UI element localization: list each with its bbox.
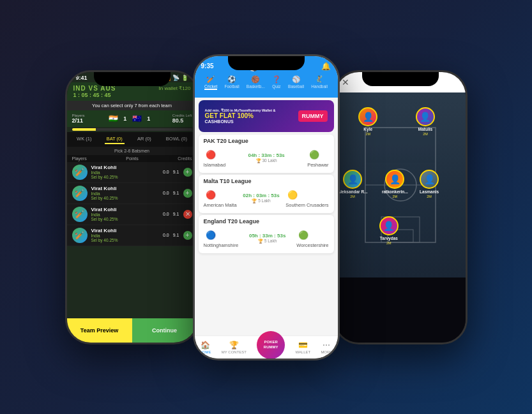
pak-timer: 04h : 33m : 53s 🏆 30 Lakh xyxy=(248,152,284,163)
ind-flag: 🇮🇳 xyxy=(107,112,119,125)
right-phone: 9:41 📶 📡 🔋 ← Create team GT • 19-11-22 •… xyxy=(333,70,467,344)
malta-match-row: 🔴 American Malta 02h : 03m : 53s 🏆 5 Lak… xyxy=(204,186,329,210)
england-match-row: 🔵 Nottinghamshire 05h : 33m : 53s 🏆 5 La… xyxy=(204,226,329,250)
team-flags: 🇮🇳 1 🇦🇺 1 xyxy=(107,112,150,125)
tp-player-aleksandar: 👤 Aleksandar R... 2M xyxy=(338,170,368,198)
bat-tabs[interactable]: WK (1) BAT (0) AR (0) BOWL (0) xyxy=(67,132,197,147)
players-row: Players 2/11 🇮🇳 1 🇦🇺 1 Credits Left 80.5 xyxy=(67,110,197,127)
col-credits: Credits xyxy=(178,156,192,161)
wallet-icon: 💳 xyxy=(298,341,308,350)
players-list: 🏏 Virat Kohli India Sel by 40.25% 0.0 9.… xyxy=(67,162,197,246)
league-pak[interactable]: PAK T20 League 🔴 Islamabad 04h : 33m : 5… xyxy=(199,135,334,173)
tp-player-matulis: 👤 Matulis 2M xyxy=(416,107,435,136)
player-info-3: Virat Kohli India Sel by 40.25% xyxy=(91,207,160,221)
wallet-info: In wallet ₹120 xyxy=(159,85,191,91)
team-preview-panel: ✕ Team Preview xyxy=(335,72,466,343)
middle-phone: 9:35 ⚽ MYTEAM11 🔔 🏏 Cricket ⚽ Foot xyxy=(193,54,340,360)
nav-handball[interactable]: 🤾 Handball xyxy=(311,75,328,90)
add-player-4[interactable]: + xyxy=(183,231,192,240)
mid-bottom-nav[interactable]: 🏠 HOME 🏆 MY CONTEST POKER RUMMY 💳 WALLET… xyxy=(195,336,338,359)
phones-container: 9:41 📶 📡 🔋 IND VS AUS In wallet ₹120 1 :… xyxy=(0,0,532,414)
pak-team2: 🟢 Peshawar xyxy=(307,148,328,168)
match-timer: 1 : 05 : 45 : 45 xyxy=(73,92,191,98)
bottom-nav-home[interactable]: 🏠 HOME xyxy=(200,339,211,356)
right-screen: 9:41 📶 📡 🔋 ← Create team GT • 19-11-22 •… xyxy=(335,72,466,343)
handball-icon: 🤾 xyxy=(315,75,324,84)
malta-flag2: 🟡 xyxy=(285,188,300,202)
mid-nav[interactable]: 🏏 Cricket ⚽ Football 🏀 Basketb... ❓ Quiz xyxy=(201,73,331,92)
banner-left: Add min. ₹100 in MyTeamRummy Wallet & GE… xyxy=(205,108,276,124)
tab-wk[interactable]: WK (1) xyxy=(75,135,93,144)
add-player-2[interactable]: + xyxy=(183,189,192,198)
malta-team1: 🔴 American Malta xyxy=(204,188,237,208)
bottom-nav-wallet[interactable]: 💳 WALLET xyxy=(295,339,310,356)
tp-avatar-lasmanis: 👤 xyxy=(420,170,439,189)
england-team1: 🔵 Nottinghamshire xyxy=(204,228,239,248)
tp-close-icon[interactable]: ✕ xyxy=(342,77,349,87)
baseball-icon: ⚾ xyxy=(292,75,301,84)
player-item: 🏏 Virat Kohli India Sel by 40.25% 0.0 9.… xyxy=(67,225,197,246)
home-icon: 🏠 xyxy=(201,341,210,350)
bottom-nav-contest[interactable]: 🏆 MY CONTEST xyxy=(222,339,247,356)
bottom-nav-more[interactable]: ⋯ MORE xyxy=(321,339,332,356)
tp-court: 👤 Kyle 2M 👤 Matulis 2M 👤 Aleksandar R...… xyxy=(335,92,466,277)
pak-flag2: 🟢 xyxy=(307,148,321,162)
player-item: 🏏 Virat Kohli India Sel by 40.25% 0.0 9.… xyxy=(67,204,197,225)
tp-player-lasmanis: 👤 Lasmanis 2M xyxy=(420,170,439,198)
player-avatar-1: 🏏 xyxy=(72,165,87,180)
tab-bat[interactable]: BAT (0) xyxy=(105,135,125,144)
continue-button[interactable]: Continue xyxy=(132,318,197,343)
league-england[interactable]: England T20 League 🔵 Nottinghamshire 05h… xyxy=(199,215,334,253)
middle-screen: 9:35 ⚽ MYTEAM11 🔔 🏏 Cricket ⚽ Foot xyxy=(195,56,338,359)
col-players: Players xyxy=(72,156,87,161)
player-item: 🏏 Virat Kohli India Sel by 40.25% 0.0 9.… xyxy=(67,162,197,183)
nav-basketball[interactable]: 🏀 Basketb... xyxy=(247,75,265,90)
right-notch xyxy=(362,72,439,86)
nav-quiz[interactable]: ❓ Quiz xyxy=(272,75,281,90)
credits-left: Credits Left 80.5 xyxy=(172,114,192,124)
malta-team2: 🟡 Southern Crusaders xyxy=(285,188,328,208)
middle-notch xyxy=(228,56,305,70)
england-flag1: 🔵 xyxy=(204,228,218,242)
nav-baseball[interactable]: ⚾ Baseball xyxy=(288,75,304,90)
pak-flag1: 🔴 xyxy=(204,148,218,162)
player-info-1: Virat Kohli India Sel by 40.25% xyxy=(91,165,160,179)
mid-bell-icon[interactable]: 🔔 xyxy=(321,62,331,71)
progress-bar xyxy=(72,128,192,131)
team-preview-button[interactable]: Team Preview xyxy=(67,318,132,343)
player-avatar-3: 🏏 xyxy=(72,207,87,222)
tp-avatar-aleksandar: 👤 xyxy=(343,170,362,189)
cricket-icon: 🏏 xyxy=(206,75,215,84)
nav-cricket[interactable]: 🏏 Cricket xyxy=(204,75,217,90)
aus-flag: 🇦🇺 xyxy=(130,112,143,125)
tp-avatar-ratkonkerin: 👤 xyxy=(385,170,404,189)
england-timer: 05h : 33m : 53s 🏆 5 Lakh xyxy=(249,233,285,244)
tab-bowl[interactable]: BOWL (0) xyxy=(164,135,189,144)
remove-player-3[interactable]: ✕ xyxy=(183,210,192,219)
pak-match-row: 🔴 Islamabad 04h : 33m : 53s 🏆 30 Lakh 🟢 … xyxy=(204,146,329,170)
tab-ar[interactable]: AR (0) xyxy=(135,135,153,144)
tp-player-kyle: 👤 Kyle 2M xyxy=(358,107,377,136)
add-player-1[interactable]: + xyxy=(183,168,192,177)
col-points: Points xyxy=(126,156,138,161)
pak-team1: 🔴 Islamabad xyxy=(204,148,226,168)
select-info: You can select only 7 from each team xyxy=(67,101,197,110)
left-notch xyxy=(94,72,171,86)
football-icon: ⚽ xyxy=(227,75,236,84)
england-team2: 🟢 Worcestershire xyxy=(296,228,328,248)
player-item: 🏏 Virat Kohli India Sel by 40.25% 0.0 9.… xyxy=(67,183,197,204)
left-time: 9:41 xyxy=(76,75,87,81)
player-avatar-2: 🏏 xyxy=(72,186,87,201)
progress-fill xyxy=(72,128,96,131)
promo-banner[interactable]: Add min. ₹100 in MyTeamRummy Wallet & GE… xyxy=(199,100,334,132)
tp-player-tarvydas: 👤 Tarvydas 2M xyxy=(379,216,399,245)
quiz-icon: ❓ xyxy=(272,75,281,84)
col-headers: Players Points Credits xyxy=(67,155,197,162)
basketball-icon: 🏀 xyxy=(251,75,260,84)
tp-avatar-matulis: 👤 xyxy=(416,107,435,126)
nav-football[interactable]: ⚽ Football xyxy=(225,75,239,90)
tp-avatar-tarvydas: 👤 xyxy=(379,216,399,235)
bottom-nav-rummy[interactable]: POKER RUMMY xyxy=(257,331,285,359)
banner-rummy-logo: RUMMY xyxy=(298,110,328,122)
league-malta[interactable]: Malta T10 League 🔴 American Malta 02h : … xyxy=(199,175,334,213)
